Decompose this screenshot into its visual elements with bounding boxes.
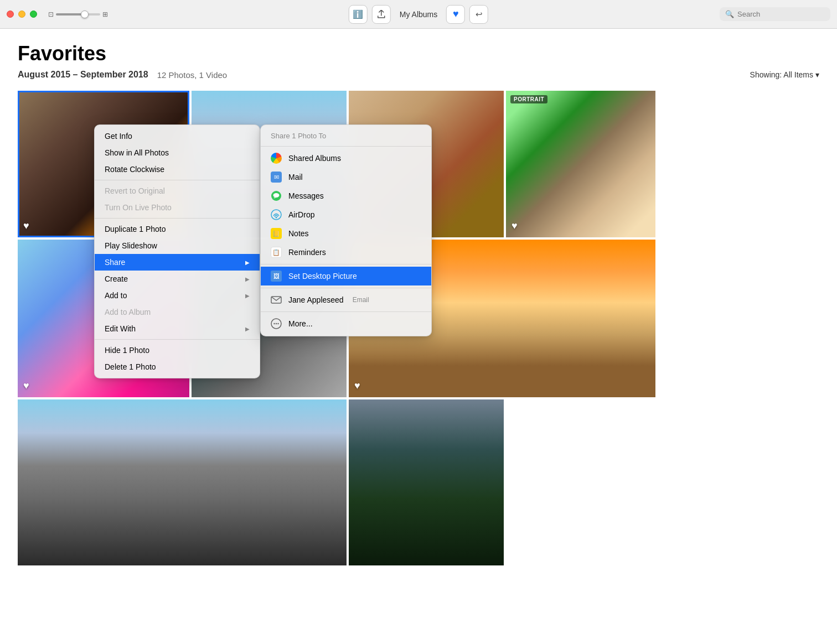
mail-icon	[271, 172, 282, 183]
photo-cell[interactable]	[349, 399, 504, 565]
thumbnail-small-icon: ⊡	[48, 11, 54, 18]
menu-label: Rotate Clockwise	[105, 165, 164, 174]
menu-item-hide[interactable]: Hide 1 Photo	[95, 342, 260, 359]
date-range: August 2015 – September 2018	[18, 70, 148, 80]
menu-item-get-info[interactable]: Get Info	[95, 128, 260, 144]
submenu-label: Notes	[288, 229, 309, 238]
titlebar-right: 🔍	[720, 7, 830, 21]
submenu-arrow-icon: ▶	[245, 293, 250, 299]
submenu-item-jane[interactable]: Jane Appleseed Email	[261, 290, 431, 309]
email-icon	[271, 294, 282, 305]
page-meta: August 2015 – September 2018 12 Photos, …	[18, 70, 819, 80]
search-icon: 🔍	[725, 10, 734, 18]
main-content: Favorites August 2015 – September 2018 1…	[0, 29, 837, 644]
submenu-item-reminders[interactable]: 📋 Reminders	[261, 243, 431, 262]
share-button[interactable]	[372, 5, 391, 24]
menu-item-edit-with[interactable]: Edit With ▶	[95, 320, 260, 337]
photo-count: 12 Photos, 1 Video	[157, 70, 228, 80]
titlebar-controls-right: ♥ ↩	[446, 5, 488, 24]
menu-separator	[95, 180, 260, 180]
titlebar-center: ℹ️ My Albums ♥ ↩	[349, 5, 488, 24]
messages-svg	[271, 190, 282, 201]
showing-label: Showing: All Items	[750, 70, 813, 79]
menu-item-show-all-photos[interactable]: Show in All Photos	[95, 144, 260, 161]
meta-left: August 2015 – September 2018 12 Photos, …	[18, 70, 227, 80]
menu-label: Show in All Photos	[105, 148, 169, 157]
svg-point-7	[276, 323, 277, 324]
menu-item-add-to-album: Add to Album	[95, 304, 260, 320]
menu-label: Create	[105, 274, 128, 283]
favorite-badge: ♥	[23, 220, 29, 232]
menu-label: Duplicate 1 Photo	[105, 225, 166, 233]
email-label: Email	[353, 296, 369, 304]
maximize-button[interactable]	[30, 11, 37, 18]
photo-cell[interactable]	[18, 399, 347, 565]
search-input[interactable]	[737, 10, 825, 18]
close-button[interactable]	[7, 11, 14, 18]
page-title: Favorites	[18, 42, 819, 65]
menu-item-add-to[interactable]: Add to ▶	[95, 287, 260, 304]
share-icon	[377, 10, 386, 19]
messages-icon	[271, 190, 282, 201]
rotate-button[interactable]: ↩	[469, 5, 488, 24]
submenu-item-more[interactable]: More...	[261, 314, 431, 333]
menu-label: Revert to Original	[105, 186, 165, 195]
photo-cell[interactable]: PORTRAIT ♥	[506, 91, 655, 237]
submenu-header: Share 1 Photo To	[261, 128, 431, 144]
menu-item-revert: Revert to Original	[95, 183, 260, 199]
context-menu: Get Info Show in All Photos Rotate Clock…	[94, 124, 260, 378]
traffic-lights	[7, 11, 37, 18]
chevron-down-icon: ▾	[815, 70, 819, 79]
menu-item-rotate[interactable]: Rotate Clockwise	[95, 161, 260, 178]
more-svg	[271, 318, 282, 329]
menu-separator	[95, 339, 260, 340]
submenu-separator	[261, 311, 431, 312]
svg-point-6	[273, 323, 275, 324]
titlebar: ⊡ ⊞ ℹ️ My Albums ♥ ↩ 🔍	[0, 0, 837, 29]
search-box[interactable]: 🔍	[720, 7, 830, 21]
submenu-item-notes[interactable]: 📒 Notes	[261, 224, 431, 243]
menu-item-slideshow[interactable]: Play Slideshow	[95, 237, 260, 254]
menu-item-delete[interactable]: Delete 1 Photo	[95, 359, 260, 375]
menu-label: Add to	[105, 291, 127, 300]
submenu-item-set-desktop[interactable]: 🖼 Set Desktop Picture	[261, 267, 431, 285]
menu-label: Play Slideshow	[105, 241, 157, 250]
svg-point-3	[276, 217, 277, 219]
titlebar-controls: ℹ️	[349, 5, 391, 24]
menu-label: Turn On Live Photo	[105, 203, 172, 212]
submenu-item-shared-albums[interactable]: Shared Albums	[261, 149, 431, 168]
submenu-item-mail[interactable]: Mail	[261, 168, 431, 186]
submenu-label: Jane Appleseed	[288, 295, 344, 304]
minimize-button[interactable]	[18, 11, 25, 18]
favorite-badge: ♥	[512, 220, 518, 232]
favorite-badge: ♥	[23, 380, 29, 392]
submenu-separator	[261, 288, 431, 288]
submenu-item-airdrop[interactable]: AirDrop	[261, 205, 431, 224]
desktop-icon: 🖼	[271, 271, 282, 282]
menu-label: Get Info	[105, 132, 132, 141]
menu-separator	[95, 218, 260, 219]
menu-item-duplicate[interactable]: Duplicate 1 Photo	[95, 221, 260, 237]
submenu-arrow-icon: ▶	[245, 276, 250, 282]
submenu-label: Reminders	[288, 248, 326, 257]
info-button[interactable]: ℹ️	[349, 5, 368, 24]
email-svg	[271, 294, 282, 305]
heart-icon: ♥	[453, 8, 459, 20]
submenu-label: Mail	[288, 173, 303, 181]
menu-label: Edit With	[105, 324, 136, 333]
showing-dropdown[interactable]: Showing: All Items ▾	[750, 70, 819, 79]
favorite-badge: ♥	[354, 380, 360, 392]
submenu-label: Shared Albums	[288, 154, 341, 163]
slider-thumb[interactable]	[81, 11, 89, 18]
menu-item-share[interactable]: Share ▶	[95, 254, 260, 271]
thumbnail-large-icon: ⊞	[102, 11, 108, 18]
submenu-label: Set Desktop Picture	[288, 272, 357, 281]
thumbnail-size-slider[interactable]: ⊡ ⊞	[48, 11, 108, 18]
airdrop-svg	[271, 209, 282, 220]
menu-item-create[interactable]: Create ▶	[95, 271, 260, 287]
share-submenu: Share 1 Photo To Shared Albums Mail Mess…	[260, 124, 432, 336]
submenu-item-messages[interactable]: Messages	[261, 186, 431, 205]
svg-point-1	[273, 193, 280, 198]
favorites-button[interactable]: ♥	[446, 5, 465, 24]
slider-track[interactable]	[56, 13, 100, 15]
